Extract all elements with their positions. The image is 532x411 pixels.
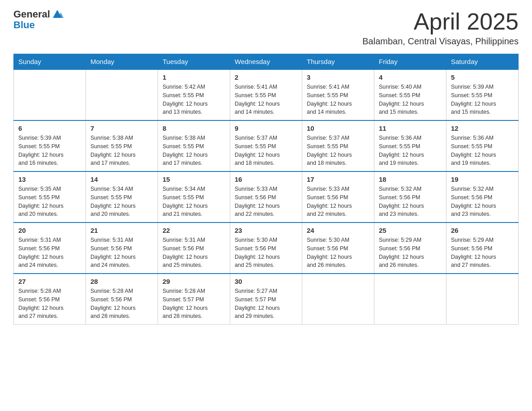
calendar-cell: 14Sunrise: 5:34 AM Sunset: 5:55 PM Dayli…: [86, 171, 158, 223]
day-number: 25: [379, 227, 442, 234]
day-number: 18: [379, 176, 442, 183]
day-number: 8: [163, 124, 225, 132]
day-info: Sunrise: 5:33 AM Sunset: 5:56 PM Dayligh…: [307, 185, 369, 218]
day-info: Sunrise: 5:39 AM Sunset: 5:55 PM Dayligh…: [451, 83, 514, 116]
day-info: Sunrise: 5:30 AM Sunset: 5:56 PM Dayligh…: [235, 236, 297, 270]
day-number: 3: [307, 73, 369, 81]
calendar-cell: 2Sunrise: 5:41 AM Sunset: 5:55 PM Daylig…: [230, 69, 302, 120]
weekday-header-sunday: Sunday: [14, 54, 86, 70]
calendar-cell: 17Sunrise: 5:33 AM Sunset: 5:56 PM Dayli…: [302, 171, 374, 223]
day-number: 2: [235, 73, 297, 81]
day-number: 20: [18, 227, 81, 234]
day-info: Sunrise: 5:31 AM Sunset: 5:56 PM Dayligh…: [18, 236, 81, 270]
calendar-title: April 2025: [362, 9, 519, 34]
day-number: 29: [163, 278, 225, 285]
calendar-cell: 25Sunrise: 5:29 AM Sunset: 5:56 PM Dayli…: [374, 223, 446, 274]
day-number: 12: [451, 124, 514, 132]
calendar-cell: 9Sunrise: 5:37 AM Sunset: 5:55 PM Daylig…: [230, 120, 302, 171]
day-info: Sunrise: 5:32 AM Sunset: 5:56 PM Dayligh…: [451, 185, 514, 218]
day-info: Sunrise: 5:34 AM Sunset: 5:55 PM Dayligh…: [163, 185, 225, 218]
weekday-header-wednesday: Wednesday: [230, 54, 302, 70]
calendar-cell: 30Sunrise: 5:27 AM Sunset: 5:57 PM Dayli…: [230, 274, 302, 325]
day-number: 21: [90, 227, 153, 234]
day-info: Sunrise: 5:41 AM Sunset: 5:55 PM Dayligh…: [307, 83, 369, 116]
day-info: Sunrise: 5:31 AM Sunset: 5:56 PM Dayligh…: [163, 236, 225, 270]
day-info: Sunrise: 5:38 AM Sunset: 5:55 PM Dayligh…: [163, 134, 225, 167]
day-info: Sunrise: 5:36 AM Sunset: 5:55 PM Dayligh…: [451, 134, 514, 167]
day-info: Sunrise: 5:28 AM Sunset: 5:57 PM Dayligh…: [163, 287, 225, 321]
calendar-cell: 8Sunrise: 5:38 AM Sunset: 5:55 PM Daylig…: [158, 120, 230, 171]
day-info: Sunrise: 5:36 AM Sunset: 5:55 PM Dayligh…: [379, 134, 442, 167]
day-info: Sunrise: 5:28 AM Sunset: 5:56 PM Dayligh…: [90, 287, 153, 321]
page-header: General Blue April 2025 Balamban, Centra…: [13, 9, 519, 47]
day-number: 27: [18, 278, 81, 285]
calendar-cell: 7Sunrise: 5:38 AM Sunset: 5:55 PM Daylig…: [86, 120, 158, 171]
day-info: Sunrise: 5:31 AM Sunset: 5:56 PM Dayligh…: [90, 236, 153, 270]
day-number: 5: [451, 73, 514, 81]
calendar-cell: 3Sunrise: 5:41 AM Sunset: 5:55 PM Daylig…: [302, 69, 374, 120]
day-info: Sunrise: 5:37 AM Sunset: 5:55 PM Dayligh…: [307, 134, 369, 167]
calendar-cell: [374, 274, 446, 325]
calendar-subtitle: Balamban, Central Visayas, Philippines: [362, 36, 519, 47]
calendar-week-5: 27Sunrise: 5:28 AM Sunset: 5:56 PM Dayli…: [14, 274, 519, 325]
day-number: 26: [451, 227, 514, 234]
calendar-cell: 12Sunrise: 5:36 AM Sunset: 5:55 PM Dayli…: [446, 120, 519, 171]
weekday-header-thursday: Thursday: [302, 54, 374, 70]
calendar-cell: [446, 274, 519, 325]
day-info: Sunrise: 5:32 AM Sunset: 5:56 PM Dayligh…: [379, 185, 442, 218]
calendar-cell: 13Sunrise: 5:35 AM Sunset: 5:55 PM Dayli…: [14, 171, 86, 223]
calendar-week-2: 6Sunrise: 5:39 AM Sunset: 5:55 PM Daylig…: [14, 120, 519, 171]
weekday-header-saturday: Saturday: [446, 54, 519, 70]
day-number: 22: [163, 227, 225, 234]
calendar-cell: 24Sunrise: 5:30 AM Sunset: 5:56 PM Dayli…: [302, 223, 374, 274]
day-info: Sunrise: 5:28 AM Sunset: 5:56 PM Dayligh…: [18, 287, 81, 321]
calendar-week-1: 1Sunrise: 5:42 AM Sunset: 5:55 PM Daylig…: [14, 69, 519, 120]
day-info: Sunrise: 5:38 AM Sunset: 5:55 PM Dayligh…: [90, 134, 153, 167]
day-info: Sunrise: 5:37 AM Sunset: 5:55 PM Dayligh…: [235, 134, 297, 167]
calendar-cell: 19Sunrise: 5:32 AM Sunset: 5:56 PM Dayli…: [446, 171, 519, 223]
day-info: Sunrise: 5:27 AM Sunset: 5:57 PM Dayligh…: [235, 287, 297, 321]
day-number: 14: [90, 176, 153, 183]
day-number: 16: [235, 176, 297, 183]
weekday-header-tuesday: Tuesday: [158, 54, 230, 70]
day-number: 24: [307, 227, 369, 234]
calendar-cell: [302, 274, 374, 325]
day-info: Sunrise: 5:34 AM Sunset: 5:55 PM Dayligh…: [90, 185, 153, 218]
logo-text-general: General: [13, 9, 50, 20]
calendar-week-4: 20Sunrise: 5:31 AM Sunset: 5:56 PM Dayli…: [14, 223, 519, 274]
calendar-cell: 1Sunrise: 5:42 AM Sunset: 5:55 PM Daylig…: [158, 69, 230, 120]
weekday-header-friday: Friday: [374, 54, 446, 70]
day-info: Sunrise: 5:29 AM Sunset: 5:56 PM Dayligh…: [379, 236, 442, 270]
calendar-cell: 16Sunrise: 5:33 AM Sunset: 5:56 PM Dayli…: [230, 171, 302, 223]
day-number: 30: [235, 278, 297, 285]
day-number: 11: [379, 124, 442, 132]
calendar-cell: 26Sunrise: 5:29 AM Sunset: 5:56 PM Dayli…: [446, 223, 519, 274]
calendar-cell: 21Sunrise: 5:31 AM Sunset: 5:56 PM Dayli…: [86, 223, 158, 274]
calendar-table: SundayMondayTuesdayWednesdayThursdayFrid…: [13, 54, 519, 325]
calendar-cell: [14, 69, 86, 120]
calendar-cell: 5Sunrise: 5:39 AM Sunset: 5:55 PM Daylig…: [446, 69, 519, 120]
calendar-cell: 22Sunrise: 5:31 AM Sunset: 5:56 PM Dayli…: [158, 223, 230, 274]
day-number: 19: [451, 176, 514, 183]
day-number: 15: [163, 176, 225, 183]
day-number: 17: [307, 176, 369, 183]
logo-icon: [51, 7, 64, 20]
calendar-cell: 28Sunrise: 5:28 AM Sunset: 5:56 PM Dayli…: [86, 274, 158, 325]
day-number: 7: [90, 124, 153, 132]
day-info: Sunrise: 5:40 AM Sunset: 5:55 PM Dayligh…: [379, 83, 442, 116]
weekday-header-monday: Monday: [86, 54, 158, 70]
calendar-cell: 6Sunrise: 5:39 AM Sunset: 5:55 PM Daylig…: [14, 120, 86, 171]
logo-text-blue: Blue: [13, 20, 64, 30]
day-number: 28: [90, 278, 153, 285]
day-info: Sunrise: 5:35 AM Sunset: 5:55 PM Dayligh…: [18, 185, 81, 218]
calendar-cell: 4Sunrise: 5:40 AM Sunset: 5:55 PM Daylig…: [374, 69, 446, 120]
calendar-cell: 20Sunrise: 5:31 AM Sunset: 5:56 PM Dayli…: [14, 223, 86, 274]
weekday-header-row: SundayMondayTuesdayWednesdayThursdayFrid…: [14, 54, 519, 70]
logo: General Blue: [13, 9, 64, 30]
day-info: Sunrise: 5:29 AM Sunset: 5:56 PM Dayligh…: [451, 236, 514, 270]
day-number: 9: [235, 124, 297, 132]
day-info: Sunrise: 5:39 AM Sunset: 5:55 PM Dayligh…: [18, 134, 81, 167]
day-number: 23: [235, 227, 297, 234]
calendar-cell: 15Sunrise: 5:34 AM Sunset: 5:55 PM Dayli…: [158, 171, 230, 223]
calendar-cell: 18Sunrise: 5:32 AM Sunset: 5:56 PM Dayli…: [374, 171, 446, 223]
